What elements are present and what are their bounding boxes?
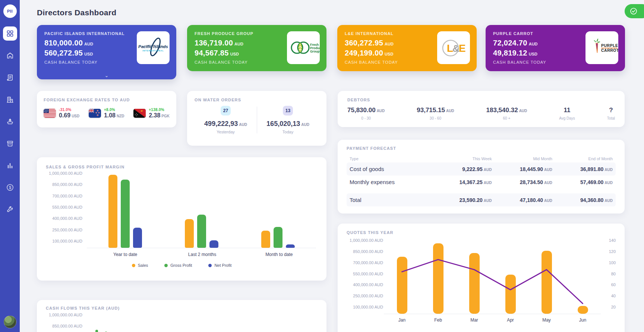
cash-flows-card: CASH FLOWS THIS YEAR (AUD) 1,000,000.00 … [37, 300, 326, 332]
bucket-value: 75,830.00 [347, 107, 376, 114]
sidebar-nav: $ [3, 26, 17, 216]
svg-text:Group: Group [310, 50, 320, 53]
cell-unit: AUD [544, 168, 552, 172]
y-axis-tick: 850,000.00 AUD [46, 324, 82, 328]
quotes-right-axis: 14012010080604020 [602, 240, 616, 314]
y-axis-tick: 850,000.00 AUD [46, 182, 82, 187]
chevron-down-icon[interactable]: ⌄ [37, 73, 176, 78]
y-axis-tick: 250,000.00 AUD [46, 228, 82, 232]
fx-change: +138.0% [149, 108, 170, 112]
sales-chart-title: SALES & GROSS PROFIT MARGIN [46, 165, 318, 169]
legend-dot [132, 264, 135, 267]
company-card-l-and-e[interactable]: L&E INTERNATIONAL 360,272.95AUD 249,199.… [337, 25, 477, 71]
user-avatar[interactable] [4, 316, 16, 328]
cell-value: 18,445.90 [520, 166, 543, 172]
bucket-label: Total [607, 116, 615, 120]
company-logo-badge[interactable]: PII [3, 4, 17, 18]
sidebar-item-settings[interactable] [3, 202, 17, 216]
sidebar: PII [0, 0, 20, 332]
building-icon [6, 95, 14, 104]
fx-change: -31.0% [59, 108, 79, 112]
fx-card-title: FOREIGN EXCHANGE RATES TO AUD [44, 98, 170, 102]
y-axis-tick: 1,000,000.00 AUD [46, 313, 82, 317]
aud-unit: AUD [234, 42, 243, 46]
bar-gross-profit [121, 180, 130, 248]
aud-balance: 360,272.95 [345, 39, 383, 47]
aud-balance: 72,024.70 [493, 39, 527, 47]
y-axis-tick: 850,000.00 AUD [347, 249, 383, 254]
bar-group-year-to-date [87, 175, 163, 248]
bucket-value: 183,540.32 [486, 107, 518, 114]
legend-item-sales: Sales [132, 263, 148, 268]
table-row-monthly-expenses: Monthly expenses 14,367.25AUD 28,734.50A… [347, 176, 616, 189]
bucket-label: 30 - 60 [417, 116, 454, 120]
page-title: Directors Dashboard [37, 8, 116, 17]
sidebar-item-invoices[interactable] [3, 70, 17, 85]
legend-dot [164, 264, 168, 267]
box-icon [6, 139, 14, 148]
quotes-chart: 1,000,000.00 AUD850,000.00 AUD700,000.00… [347, 240, 616, 314]
cell-unit: AUD [544, 181, 552, 185]
bar-quote-value [578, 306, 588, 314]
aud-unit: AUD [385, 42, 394, 46]
usd-unit: USD [529, 52, 537, 56]
divider [257, 107, 257, 133]
fx-change: +8.0% [104, 108, 124, 112]
debtors-bucket-30-60: 93,715.15AUD 30 - 60 [417, 107, 454, 120]
success-notification-pill[interactable] [625, 4, 644, 18]
company-card-pacific-islands[interactable]: PACIFIC ISLANDS INTERNATIONAL 810,000.00… [37, 25, 176, 79]
quotes-this-year-card: QUOTES THIS YEAR 1,000,000.00 AUD850,000… [338, 224, 625, 332]
on-water-yesterday: 27 499,222,93AUD Yesterday [195, 106, 257, 134]
debtors-avg-days: 11 Avg Days [559, 107, 575, 120]
table-row-cost-of-goods: Cost of goods 9,222.95AUD 18,445.90AUD 3… [347, 162, 616, 176]
table-row-total: Total 23,590.20AUD 47,180.40AUD 94,360.8… [347, 193, 616, 206]
aud-balance: 810,000.00 [44, 39, 83, 47]
cell-value: 28,734.50 [520, 179, 543, 185]
row-type: Total [347, 193, 434, 206]
debtors-total: ? Total [607, 107, 615, 120]
sidebar-item-shipping[interactable] [3, 114, 17, 129]
usd-unit: USD [84, 52, 93, 56]
col-header-mid-month: Mid Month [495, 155, 555, 162]
x-axis-label: May [528, 317, 565, 323]
order-currency: AUD [301, 123, 309, 127]
cell-value: 23,590.20 [460, 197, 483, 203]
x-axis-label: Apr [492, 317, 528, 323]
order-period-label: Yesterday [195, 130, 257, 134]
sidebar-item-dashboard[interactable] [3, 26, 17, 41]
svg-text:CARROT: CARROT [601, 48, 618, 53]
sidebar-item-finance[interactable]: $ [3, 180, 17, 195]
sidebar-item-home[interactable] [3, 48, 17, 63]
legend-item-net-profit: Net Profit [208, 263, 231, 268]
on-water-orders-card: ON WATER ORDERS 27 499,222,93AUD Yesterd… [187, 91, 326, 146]
sidebar-item-reports[interactable] [3, 158, 17, 173]
order-amount: 499,222,93 [204, 120, 238, 127]
y-axis-tick: 700,000.00 AUD [46, 194, 82, 198]
bar-quote-value [469, 253, 480, 314]
fx-currency: USD [72, 114, 79, 118]
y-axis-tick: 400,000.00 AUD [46, 216, 82, 221]
quotes-plot-area [384, 240, 601, 314]
bar-slot-feb [420, 243, 456, 314]
bar-slot-mar [456, 253, 492, 314]
company-card-purple-carrot[interactable]: PURPLE CARROT 72,024.70AUD 49,819.12USD … [486, 25, 625, 71]
payment-forecast-title: PAYMENT FORECAST [347, 146, 616, 151]
pacific-islands-logo: Pacific Islands INTERNATIONAL [137, 31, 170, 64]
sidebar-item-orders[interactable] [3, 136, 17, 151]
cell-unit: AUD [544, 199, 552, 203]
aud-balance: 136,719.00 [195, 39, 233, 47]
x-axis-label: Jan [384, 317, 420, 323]
sidebar-item-companies[interactable] [3, 92, 17, 107]
wrench-icon [6, 205, 14, 214]
company-card-fresh-produce[interactable]: FRESH PRODUCE GROUP 136,719.00AUD 94,567… [187, 25, 326, 71]
y-axis-tick: 1,000,000.00 AUD [46, 171, 82, 176]
legend-label: Gross Profit [170, 263, 192, 268]
x-axis-label: Month to date [241, 252, 318, 257]
usd-balance: 560,272.95 [44, 49, 83, 57]
svg-text:Pacific Islands: Pacific Islands [138, 44, 168, 49]
dollar-icon: $ [6, 183, 14, 192]
cell-value: 9,222.95 [462, 166, 483, 172]
bucket-value: ? [609, 107, 613, 114]
cash-flows-title: CASH FLOWS THIS YEAR (AUD) [46, 306, 318, 310]
svg-text:E: E [459, 42, 466, 54]
